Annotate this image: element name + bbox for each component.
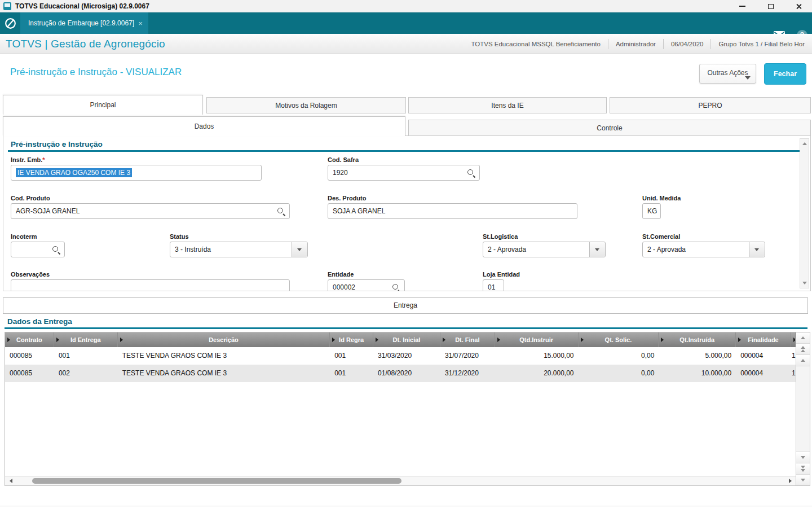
cell-contrato: 000085	[5, 347, 54, 365]
dropdown-arrow-icon[interactable]	[749, 242, 765, 257]
entidade-label: Entidade	[328, 271, 354, 278]
tab-itens-da-ie[interactable]: Itens da IE	[408, 97, 607, 113]
scroll-left-icon[interactable]	[6, 477, 15, 485]
column-header-qtd-instruir[interactable]: Qtd.Instruir	[495, 332, 579, 347]
column-header-descricao[interactable]: Descrição	[118, 332, 330, 347]
table-row[interactable]: 000085 001 TESTE VENDA GRAOS COM IE 3 00…	[5, 347, 796, 365]
unid-medida-field[interactable]: KG	[642, 203, 661, 219]
loja-entidad-label: Loja Entidad	[483, 271, 520, 278]
column-header-id-entrega[interactable]: Id Entrega	[54, 332, 118, 347]
search-icon[interactable]	[467, 169, 475, 177]
cell-qt-instruida: 10.000,00	[659, 365, 736, 382]
search-icon[interactable]	[277, 208, 285, 216]
form-vertical-scrollbar[interactable]	[800, 138, 809, 288]
grid-header-row: Contrato Id Entrega Descrição Id Regra D…	[5, 332, 796, 347]
cell-clipped: 1	[791, 347, 796, 365]
workspace-tab-close-icon[interactable]: ×	[138, 19, 143, 28]
workspace-tab-instrucao-embarque[interactable]: Instrução de Embarque [02.9.0067] ×	[20, 12, 148, 34]
column-header-finalidade[interactable]: Finalidade	[736, 332, 791, 347]
chevron-down-icon	[745, 76, 751, 80]
column-header-qt-solic[interactable]: Qt. Solic.	[579, 332, 659, 347]
cell-finalidade: 000004	[736, 347, 791, 365]
incoterm-label: Incoterm	[11, 233, 37, 240]
cell-dt-inicial: 31/03/2020	[373, 347, 440, 365]
scroll-down-button[interactable]	[796, 452, 810, 463]
loja-entidad-field[interactable]: 01	[483, 279, 504, 291]
cell-descricao: TESTE VENDA GRAOS COM IE 3	[118, 347, 330, 365]
status-label: Status	[170, 233, 189, 240]
row-down-button[interactable]	[796, 474, 810, 485]
cell-dt-final: 31/07/2020	[440, 347, 495, 365]
dropdown-arrow-icon[interactable]	[292, 242, 307, 257]
search-icon[interactable]	[52, 246, 60, 254]
grid-vertical-scrollbar[interactable]	[796, 332, 810, 485]
cell-id-regra: 001	[330, 347, 373, 365]
tab-principal[interactable]: Principal	[3, 95, 203, 115]
st-logistica-label: St.Logistica	[483, 233, 518, 240]
environment-info: TOTVS Educacional MSSQL Beneficiamento A…	[464, 34, 812, 54]
cell-qt-solic: 0,00	[579, 365, 659, 382]
cell-qt-instruida: 5.000,00	[659, 347, 736, 365]
st-comercial-select[interactable]: 2 - Aprovada	[642, 242, 765, 257]
scroll-up-button[interactable]	[796, 355, 810, 366]
minimize-button[interactable]	[729, 0, 756, 12]
maximize-button[interactable]	[757, 0, 784, 12]
tab-controle[interactable]: Controle	[408, 120, 811, 136]
des-produto-label: Des. Produto	[328, 195, 366, 202]
instr-emb-field[interactable]: IE VENDA GRAO OGA250 COM IE 3	[11, 165, 262, 181]
tab-entrega[interactable]: Entrega	[3, 297, 808, 314]
column-header-dt-final[interactable]: Dt. Final	[440, 332, 495, 347]
status-select[interactable]: 3 - Instruída	[170, 242, 308, 257]
tab-pepro[interactable]: PEPRO	[610, 97, 811, 113]
cod-produto-field[interactable]: AGR-SOJA GRANEL	[11, 203, 290, 219]
column-header-contrato[interactable]: Contrato	[5, 332, 54, 347]
scroll-down-icon[interactable]	[800, 279, 809, 287]
incoterm-field[interactable]	[11, 242, 65, 257]
cell-descricao: TESTE VENDA GRAOS COM IE 3	[118, 365, 330, 382]
close-window-button[interactable]	[785, 0, 812, 12]
window-title: TOTVS Educacional (Microsiga) 02.9.0067	[15, 2, 149, 10]
search-icon[interactable]	[392, 284, 400, 291]
entrega-grid: Contrato Id Entrega Descrição Id Regra D…	[5, 332, 810, 486]
instr-emb-label: Instr. Emb.*	[11, 156, 45, 163]
user-name: Administrador	[608, 39, 663, 49]
column-header-id-regra[interactable]: Id Regra	[330, 332, 373, 347]
column-header-dt-inicial[interactable]: Dt. Inicial	[373, 332, 440, 347]
tab-dados[interactable]: Dados	[3, 116, 405, 136]
entidade-field[interactable]: 000002	[328, 279, 405, 291]
app-icon	[3, 2, 11, 10]
close-icon	[796, 3, 802, 10]
cell-clipped: 1	[791, 365, 796, 382]
cod-safra-field[interactable]: 1920	[328, 165, 480, 181]
fechar-button[interactable]: Fechar	[764, 63, 806, 85]
totvs-application-window: TOTVS Educacional (Microsiga) 02.9.0067 …	[0, 0, 812, 508]
footer-divider	[0, 506, 812, 506]
page-down-button[interactable]	[796, 463, 810, 474]
observacoes-field[interactable]	[11, 279, 290, 291]
section-rule	[8, 150, 809, 152]
table-row[interactable]: 000085 002 TESTE VENDA GRAOS COM IE 3 00…	[5, 365, 796, 382]
dropdown-arrow-icon[interactable]	[589, 242, 605, 257]
page-up-button[interactable]	[796, 344, 810, 355]
cell-id-entrega: 001	[54, 347, 118, 365]
st-comercial-label: St.Comercial	[642, 233, 680, 240]
st-logistica-select[interactable]: 2 - Aprovada	[483, 242, 606, 257]
grid-body: Contrato Id Entrega Descrição Id Regra D…	[5, 332, 796, 485]
scroll-up-icon[interactable]	[800, 139, 809, 148]
workspace-tab-label: Instrução de Embarque [02.9.0067]	[28, 19, 134, 27]
outras-acoes-button[interactable]: Outras Ações	[699, 64, 756, 84]
cell-id-regra: 001	[330, 365, 373, 382]
des-produto-field[interactable]: SOJA A GRANEL	[328, 203, 577, 219]
cell-qt-solic: 0,00	[579, 347, 659, 365]
selected-text: IE VENDA GRAO OGA250 COM IE 3	[16, 168, 132, 177]
horizontal-scroll-thumb[interactable]	[32, 478, 401, 484]
grid-horizontal-scrollbar[interactable]	[5, 476, 796, 485]
menu-circle-slash-icon[interactable]	[5, 17, 16, 29]
cell-qtd-instruir: 15.000,00	[495, 347, 579, 365]
grid-section-title: Dados da Entrega	[7, 317, 72, 326]
column-header-qt-instruida[interactable]: Qt.Instruída	[659, 332, 736, 347]
brand-title: TOTVS | Gestão de Agronegócio	[6, 38, 165, 50]
scroll-right-icon[interactable]	[785, 477, 795, 485]
tab-motivos-da-rolagem[interactable]: Motivos da Rolagem	[206, 97, 406, 113]
row-up-button[interactable]	[796, 332, 810, 344]
